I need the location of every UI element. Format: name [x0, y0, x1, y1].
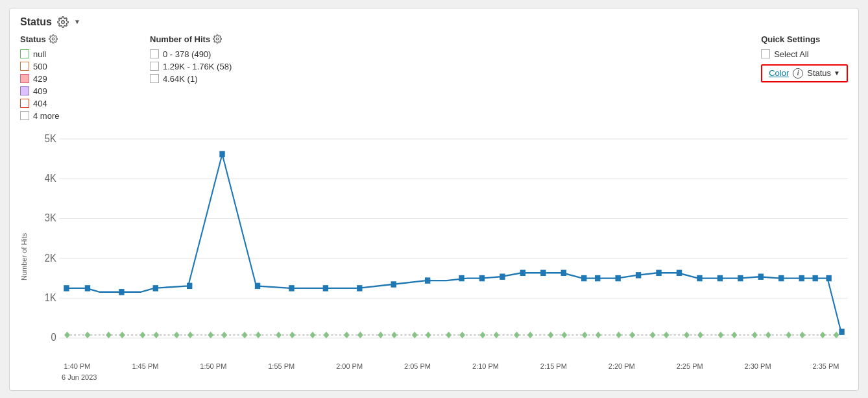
chart-inner: 5K 4K 3K 2K 1K 0	[32, 131, 848, 382]
x-label-1: 1:40 PM	[62, 362, 93, 370]
hits-range3-checkbox[interactable]	[150, 74, 159, 83]
list-item: 429	[20, 74, 124, 84]
404-swatch	[20, 99, 29, 108]
panel-title: Status	[20, 16, 52, 28]
svg-rect-20	[219, 151, 224, 156]
svg-rect-42	[758, 273, 764, 279]
svg-rect-19	[187, 282, 192, 288]
status-dropdown-chevron: ▼	[834, 69, 840, 77]
hits-range2-label: 1.29K - 1.76K (58)	[163, 62, 232, 71]
svg-rect-46	[826, 275, 831, 280]
svg-rect-45	[812, 275, 817, 280]
svg-rect-33	[581, 275, 586, 280]
hits-legend: Number of Hits 0 - 378 (490) 1.29K - 1.7…	[150, 34, 254, 121]
quick-settings: Quick Settings Select All Color i Status…	[761, 34, 848, 82]
x-label-11: 2:30 PM	[742, 362, 773, 370]
hits-gear-icon[interactable]	[213, 34, 222, 44]
x-label-5: 2:00 PM	[334, 362, 365, 370]
status-dropdown[interactable]: Status ▼	[807, 68, 840, 78]
x-label-9: 2:20 PM	[606, 362, 637, 370]
svg-rect-23	[323, 285, 328, 291]
svg-point-0	[62, 20, 65, 23]
status-panel: Status ▼ Status null	[9, 8, 859, 391]
svg-point-1	[52, 38, 54, 40]
null-label: null	[33, 49, 46, 59]
x-label-7: 2:10 PM	[470, 362, 501, 370]
chart-svg: 5K 4K 3K 2K 1K 0	[32, 131, 848, 361]
svg-rect-43	[778, 275, 784, 280]
x-label-6: 2:05 PM	[402, 362, 433, 370]
select-all-label: Select All	[774, 49, 808, 59]
hits-range1-checkbox[interactable]	[150, 49, 159, 58]
svg-rect-37	[656, 269, 661, 275]
svg-rect-36	[636, 272, 641, 278]
svg-rect-18	[153, 285, 158, 291]
svg-rect-39	[697, 275, 702, 280]
svg-rect-31	[540, 269, 546, 275]
status-legend: Status null 500 429	[20, 34, 124, 121]
hits-legend-header: Number of Hits	[150, 34, 254, 44]
svg-rect-41	[738, 275, 743, 280]
svg-rect-24	[357, 285, 362, 291]
svg-rect-16	[85, 285, 90, 291]
svg-rect-29	[500, 273, 505, 279]
svg-rect-38	[677, 269, 682, 275]
status-legend-header: Status	[20, 34, 124, 44]
svg-rect-47	[839, 329, 844, 334]
svg-text:2K: 2K	[45, 251, 56, 263]
429-label: 429	[33, 74, 47, 84]
svg-rect-25	[391, 281, 396, 287]
svg-rect-15	[64, 285, 69, 291]
list-item: 0 - 378 (490)	[150, 49, 254, 59]
svg-rect-22	[289, 285, 294, 291]
svg-rect-21	[255, 282, 260, 288]
status-gear-icon[interactable]	[49, 34, 58, 44]
404-label: 404	[33, 99, 47, 108]
x-date-label: 6 Jun 2023	[62, 373, 97, 381]
list-item: null	[20, 49, 124, 59]
500-swatch	[20, 62, 29, 71]
list-item: 404	[20, 99, 124, 108]
svg-text:4K: 4K	[45, 172, 56, 184]
svg-text:3K: 3K	[45, 212, 56, 223]
y-axis-label: Number of Hits	[20, 131, 28, 382]
svg-text:5K: 5K	[45, 132, 56, 143]
hits-range1-label: 0 - 378 (490)	[163, 49, 211, 59]
x-label-12: 2:35 PM	[810, 362, 841, 370]
svg-point-2	[216, 38, 219, 40]
svg-rect-26	[425, 277, 430, 283]
color-link[interactable]: Color	[769, 68, 789, 78]
409-swatch	[20, 86, 29, 95]
svg-rect-28	[479, 275, 485, 280]
409-label: 409	[33, 86, 47, 96]
svg-rect-32	[561, 269, 566, 275]
info-icon[interactable]: i	[793, 68, 803, 79]
hits-range3-label: 4.64K (1)	[163, 74, 197, 84]
list-item: 1.29K - 1.76K (58)	[150, 62, 254, 71]
svg-rect-27	[459, 275, 464, 280]
x-label-10: 2:25 PM	[674, 362, 705, 370]
svg-rect-17	[119, 289, 124, 295]
x-label-3: 1:50 PM	[198, 362, 229, 370]
hits-legend-title: Number of Hits	[150, 34, 210, 44]
svg-text:1K: 1K	[45, 292, 56, 303]
hits-range2-checkbox[interactable]	[150, 62, 159, 71]
more-swatch	[20, 111, 29, 120]
status-legend-title: Status	[20, 34, 46, 44]
svg-rect-44	[799, 275, 804, 280]
color-status-row: Color i Status ▼	[761, 64, 848, 82]
x-label-8: 2:15 PM	[538, 362, 569, 370]
x-label-2: 1:45 PM	[130, 362, 161, 370]
list-item: 4.64K (1)	[150, 74, 254, 84]
list-item: 4 more	[20, 111, 124, 121]
svg-rect-30	[520, 269, 525, 275]
svg-rect-35	[615, 275, 620, 280]
svg-rect-40	[717, 275, 723, 280]
select-all-row: Select All	[761, 49, 808, 59]
panel-header: Status ▼	[20, 16, 848, 28]
select-all-checkbox[interactable]	[761, 49, 770, 58]
gear-icon[interactable]	[57, 16, 69, 28]
panel-chevron-icon[interactable]: ▼	[74, 18, 80, 25]
500-label: 500	[33, 62, 47, 71]
list-item: 500	[20, 62, 124, 71]
